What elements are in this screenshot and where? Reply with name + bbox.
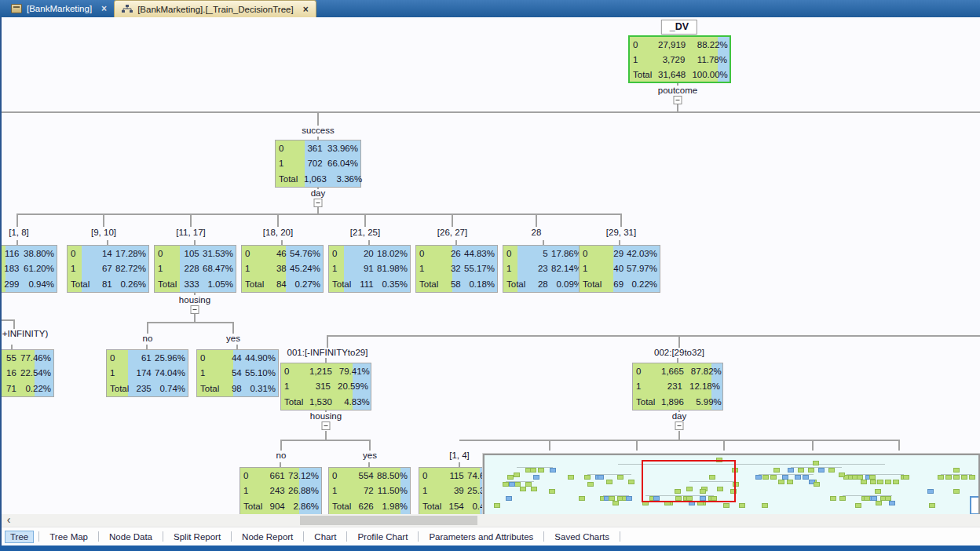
count-value: 1,063 (304, 174, 328, 184)
view-tab-split-report[interactable]: Split Report (168, 531, 226, 543)
connector-line (459, 440, 899, 441)
connector-line (0, 111, 980, 113)
node-row: 04654.76% (242, 246, 323, 261)
tree-node[interactable]: 04444.90%15455.10%Total980.31% (196, 349, 279, 397)
tree-node[interactable]: 01,66587.82%123112.18%Total1,8965.99% (632, 363, 723, 411)
node-row: Total810.26% (68, 276, 148, 292)
mini-connector (843, 495, 892, 496)
count-value: 702 (304, 159, 324, 168)
count-value: 84 (270, 279, 288, 289)
mini-connector (517, 467, 553, 468)
node-row: 01,21579.41% (281, 363, 371, 379)
tree-node[interactable]: 01,21579.41%131520.59%Total1,5304.83% (280, 363, 371, 411)
tree-node[interactable]: 011638.80%118361.20%Total2990.94% (0, 245, 57, 293)
percent-value: 57.97% (625, 264, 657, 273)
tree-node[interactable]: 02644.83%13255.17%Total580.18% (415, 245, 498, 293)
close-icon[interactable]: × (303, 4, 309, 15)
percent-value: 0.74% (153, 384, 185, 393)
tree-node[interactable]: 04654.76%13845.24%Total840.27% (241, 245, 324, 293)
tree-node[interactable]: 027,91988.22%13,72911.78%Total31,648100.… (628, 35, 731, 83)
tree-node[interactable]: 05577.46%11622.54%Total710.22% (0, 349, 54, 397)
count-value: 174 (135, 368, 153, 378)
mini-node (858, 476, 862, 479)
node-row: Total280.09% (503, 276, 584, 292)
view-tab-node-data[interactable]: Node Data (104, 531, 158, 543)
percent-value: 31.53% (201, 249, 233, 258)
view-tab-chart[interactable]: Chart (309, 531, 342, 543)
view-tab-parameters-and-attributes[interactable]: Parameters and Attributes (423, 531, 539, 543)
tab-train-decisiontree[interactable]: [BankMarketing].[_Train_DecisionTree] × (114, 0, 316, 17)
node-row: 118361.20% (0, 261, 57, 277)
tab-divider (543, 531, 544, 542)
connector-line (277, 213, 279, 227)
class-label: 0 (506, 249, 532, 258)
class-label: 0 (284, 367, 309, 376)
class-label: 1 (506, 264, 532, 273)
percent-value: 88.50% (375, 471, 408, 480)
tree-node[interactable]: 055488.50%17211.50%Total6261.98% (328, 467, 411, 514)
collapse-toggle-icon[interactable] (314, 199, 323, 207)
tree-node[interactable]: 02018.02%19181.98%Total1110.35% (328, 245, 411, 293)
tree-node[interactable]: 02942.03%14057.97%Total690.22% (579, 245, 660, 293)
node-row: 02018.02% (329, 246, 410, 261)
count-value: 58 (444, 279, 463, 289)
tab-divider (98, 531, 99, 542)
scrollbar-thumb[interactable] (300, 516, 477, 525)
mini-node (580, 497, 584, 500)
mini-node (814, 483, 819, 486)
tree-node[interactable]: 066173.12%124326.88%Total9042.86% (240, 467, 322, 514)
connector-line (549, 440, 550, 451)
node-row: 010531.53% (155, 246, 236, 261)
mini-node (795, 476, 800, 479)
class-label: 0 (332, 249, 357, 258)
view-tab-saved-charts[interactable]: Saved Charts (549, 531, 615, 543)
class-label: 1 (200, 368, 225, 378)
viewport-indicator[interactable] (642, 460, 736, 502)
view-tab-tree[interactable]: Tree (5, 531, 34, 543)
class-label: Total (422, 502, 448, 511)
tree-node[interactable]: 0517.86%12382.14%Total280.09% (503, 245, 585, 293)
class-label: Total (636, 397, 661, 407)
collapse-toggle-icon[interactable] (675, 421, 684, 430)
percent-value: 33.96% (324, 144, 358, 153)
tab-bankmarketing[interactable]: [BankMarketing] × (4, 0, 114, 17)
tree-node[interactable]: 036133.96%170266.04%Total1,0633.36% (275, 140, 361, 188)
view-tab-node-report[interactable]: Node Report (236, 531, 298, 543)
mini-node (890, 502, 894, 505)
close-icon[interactable]: × (101, 3, 107, 14)
collapse-toggle-icon[interactable] (191, 305, 199, 314)
view-tab-tree-map[interactable]: Tree Map (44, 531, 93, 543)
tree-node[interactable]: 010531.53%122868.47%Total3331.05% (154, 245, 236, 293)
count-value: 54 (225, 368, 243, 378)
mini-node (876, 490, 880, 493)
count-value: 105 (183, 249, 201, 258)
class-label: Total (419, 279, 444, 289)
overview-panel[interactable] (483, 454, 980, 514)
collapse-toggle-icon[interactable] (674, 96, 682, 104)
node-row: Total710.22% (0, 381, 53, 396)
class-label: 0 (245, 249, 270, 258)
class-label: 1 (422, 486, 448, 495)
mini-node (894, 480, 898, 483)
count-value: 111 (357, 279, 375, 289)
view-tab-profile-chart[interactable]: Profile Chart (352, 531, 413, 543)
view-tab-strip: TreeTree MapNode DataSplit ReportNode Re… (0, 527, 980, 546)
mini-node (799, 469, 803, 472)
overview-corner-box[interactable] (970, 496, 980, 514)
decision-tree-canvas[interactable]: poutcomedayhousinghousingday_DV027,91988… (0, 17, 980, 514)
mini-node (607, 480, 612, 483)
percent-value: 11.50% (375, 486, 408, 495)
tree-node[interactable]: 01417.28%16782.72%Total810.26% (67, 245, 149, 293)
connector-line (325, 431, 327, 440)
tree-node[interactable]: 06125.96%117474.04%Total2350.74% (106, 349, 188, 397)
count-value: 23 (532, 264, 550, 273)
mini-node (510, 483, 514, 486)
mini-node (550, 490, 554, 493)
node-row: Total2990.94% (0, 276, 57, 292)
horizontal-scrollbar[interactable]: ‹ (0, 514, 980, 527)
count-value: 235 (135, 384, 153, 393)
scroll-left-arrow-icon[interactable]: ‹ (3, 514, 14, 527)
collapse-toggle-icon[interactable] (322, 421, 331, 430)
tab-divider (163, 531, 163, 542)
mini-node (788, 480, 792, 483)
